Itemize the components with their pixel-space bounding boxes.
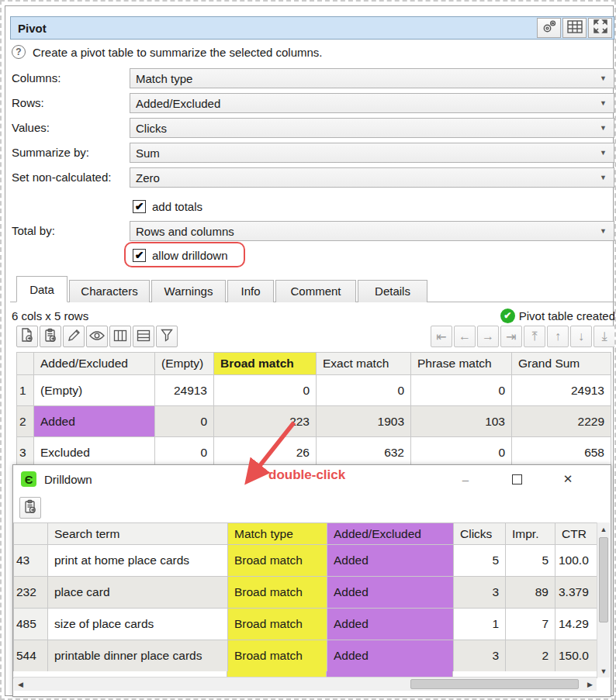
- tab-warnings[interactable]: Warnings: [151, 280, 226, 302]
- table-cell[interactable]: size of place cards: [48, 609, 228, 640]
- table-cell-purple[interactable]: Added: [327, 609, 454, 640]
- row-number[interactable]: 3: [17, 437, 34, 468]
- scroll-up-icon[interactable]: ▲: [597, 522, 610, 536]
- table-cell[interactable]: 26: [214, 437, 317, 468]
- row-number[interactable]: 1: [17, 375, 34, 406]
- table-cell[interactable]: 3.379: [555, 577, 598, 609]
- table-cell[interactable]: (Empty): [34, 375, 155, 406]
- scroll-right-icon[interactable]: ▶: [583, 678, 597, 691]
- table-cell-purple[interactable]: Added: [327, 640, 454, 672]
- table-cell-yellow[interactable]: Broad match: [228, 577, 327, 609]
- table-cell[interactable]: print at home place cards: [48, 545, 228, 577]
- column-header[interactable]: CTR: [555, 523, 598, 545]
- column-header[interactable]: Clicks: [454, 523, 506, 545]
- table-cell[interactable]: 24913: [155, 375, 214, 406]
- tab-info[interactable]: Info: [227, 280, 274, 302]
- table-cell[interactable]: 0: [411, 375, 512, 406]
- table-cell[interactable]: 0: [317, 375, 411, 406]
- expand-button[interactable]: [588, 18, 612, 38]
- column-header[interactable]: Grand Sum: [512, 353, 611, 375]
- table-cell[interactable]: 223: [214, 406, 317, 437]
- column-header[interactable]: (Empty): [155, 353, 214, 375]
- table-cell[interactable]: 0: [214, 375, 317, 406]
- scroll-left-icon[interactable]: ◀: [14, 678, 27, 691]
- column-header[interactable]: Added/Excluded: [34, 353, 155, 375]
- scroll-down-icon[interactable]: ▼: [597, 664, 610, 678]
- columns-select[interactable]: Match type▼: [130, 68, 614, 88]
- table-cell[interactable]: 7: [506, 609, 555, 640]
- table-cell[interactable]: 0: [411, 437, 512, 468]
- table-view-button[interactable]: [562, 18, 587, 38]
- copy-to-clipboard-button[interactable]: [40, 326, 61, 347]
- rows-select[interactable]: Added/Excluded▼: [130, 93, 614, 113]
- vertical-scrollbar[interactable]: ▲ ▼: [597, 522, 610, 678]
- row-number[interactable]: 2: [17, 406, 34, 437]
- table-cell-yellow[interactable]: Broad match: [228, 640, 327, 672]
- row-number[interactable]: 485: [14, 609, 48, 640]
- first-row-button[interactable]: ⤒: [524, 326, 545, 347]
- row-number[interactable]: 43: [14, 545, 48, 577]
- maximize-button[interactable]: [508, 471, 525, 488]
- values-select[interactable]: Clicks▼: [130, 118, 614, 138]
- rows-button[interactable]: [133, 326, 154, 347]
- settings-button[interactable]: [537, 18, 561, 38]
- row-number[interactable]: 232: [14, 577, 48, 609]
- help-icon[interactable]: ?: [12, 45, 26, 59]
- table-cell[interactable]: 658: [512, 437, 611, 468]
- next-column-button[interactable]: →: [477, 326, 499, 347]
- copy-to-clipboard-button[interactable]: [19, 497, 41, 519]
- next-row-button[interactable]: ↓: [570, 326, 592, 347]
- table-cell-yellow[interactable]: Broad match: [228, 609, 327, 640]
- column-header-highlighted[interactable]: Broad match: [214, 353, 317, 375]
- tab-data[interactable]: Data: [16, 276, 67, 302]
- horizontal-scrollbar[interactable]: ◀ ▶: [14, 677, 597, 691]
- edit-button[interactable]: [63, 326, 85, 347]
- table-cell-yellow[interactable]: Broad match: [228, 545, 327, 577]
- table-cell[interactable]: 1903: [317, 406, 411, 437]
- summarize-by-select[interactable]: Sum▼: [130, 143, 614, 163]
- filter-button[interactable]: [156, 326, 178, 347]
- table-cell[interactable]: 0: [155, 406, 214, 437]
- column-header[interactable]: Phrase match: [411, 353, 512, 375]
- table-cell[interactable]: 5: [506, 545, 555, 577]
- tab-details[interactable]: Details: [358, 280, 427, 302]
- table-cell[interactable]: Excluded: [34, 437, 155, 468]
- table-cell[interactable]: 2: [506, 640, 555, 672]
- minimize-button[interactable]: –: [457, 471, 474, 488]
- scrollbar-thumb[interactable]: [410, 679, 580, 689]
- add-totals-checkbox[interactable]: [133, 200, 146, 213]
- table-cell[interactable]: 150.0: [555, 640, 598, 672]
- allow-drilldown-checkbox[interactable]: [133, 249, 146, 262]
- table-cell[interactable]: 24913: [512, 375, 611, 406]
- tab-comment[interactable]: Comment: [275, 280, 356, 302]
- set-non-calculated-select[interactable]: Zero▼: [130, 167, 614, 188]
- table-cell[interactable]: 5: [454, 545, 506, 577]
- table-cell[interactable]: 89: [506, 577, 555, 609]
- table-cell-purple[interactable]: Added: [327, 545, 454, 577]
- scrollbar-thumb[interactable]: [599, 537, 608, 622]
- last-column-button[interactable]: ⇥: [500, 326, 522, 347]
- first-column-button[interactable]: ⇤: [431, 326, 452, 347]
- total-by-select[interactable]: Rows and columns▼: [130, 221, 614, 241]
- view-button[interactable]: [86, 326, 108, 347]
- table-cell[interactable]: 2229: [512, 406, 611, 437]
- previous-row-button[interactable]: ↑: [547, 326, 569, 347]
- table-cell-purple[interactable]: Added: [327, 577, 454, 609]
- table-cell[interactable]: 632: [317, 437, 411, 468]
- table-cell[interactable]: 1: [454, 609, 506, 640]
- table-cell-highlighted[interactable]: Added: [34, 406, 155, 437]
- column-header[interactable]: Search term: [48, 523, 228, 545]
- table-cell[interactable]: printable dinner place cards: [48, 640, 228, 672]
- column-header[interactable]: Impr.: [506, 523, 555, 545]
- table-cell[interactable]: 3: [454, 640, 506, 672]
- column-header-yellow[interactable]: Match type: [228, 523, 327, 545]
- table-cell[interactable]: 100.0: [555, 545, 598, 577]
- table-cell[interactable]: 14.29: [555, 609, 598, 640]
- column-header[interactable]: Exact match: [317, 353, 411, 375]
- columns-button[interactable]: [109, 326, 131, 347]
- last-row-button[interactable]: ⤓: [594, 326, 615, 347]
- drilldown-titlebar[interactable]: Є Drilldown – ✕: [13, 465, 611, 494]
- export-file-button[interactable]: [16, 326, 38, 347]
- table-cell[interactable]: 0: [155, 437, 214, 468]
- row-number[interactable]: 544: [14, 640, 48, 672]
